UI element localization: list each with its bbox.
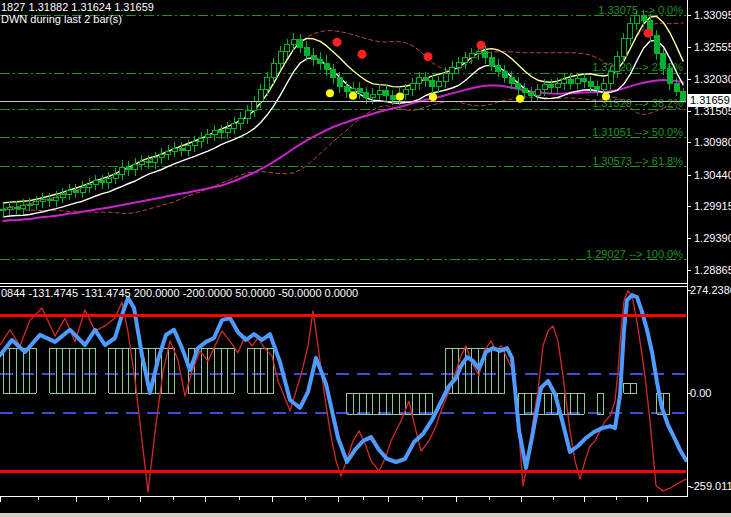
main-chart-canvas[interactable]: 1.33075 --> 0.0%1.32120 --> 23.6%1.31529… (0, 0, 687, 283)
candle (463, 58, 468, 63)
price-tick-label: 1.32030 (694, 73, 731, 85)
time-axis-minor-tick (239, 497, 240, 500)
candle (430, 81, 435, 87)
candle (47, 199, 52, 200)
candle (489, 58, 494, 65)
candle (628, 24, 633, 39)
time-axis-tick (388, 497, 389, 502)
candle (456, 63, 461, 68)
candle (212, 131, 217, 135)
chart-separator-bottom (0, 286, 687, 287)
price-tick-label: 1.33095 (694, 9, 731, 21)
candle (80, 187, 85, 192)
candle (1, 209, 6, 211)
axis-tick (687, 111, 691, 112)
candle (291, 40, 296, 45)
candle (351, 88, 356, 92)
time-axis-tick (584, 497, 585, 502)
trend-status-readout: DWN during last 2 bar(s) (1, 13, 122, 25)
candle (502, 71, 507, 77)
candle (133, 165, 138, 170)
oscillator-blue-line (0, 295, 686, 468)
price-tick-label: 1.28865 (694, 264, 731, 276)
candle (113, 174, 118, 178)
time-axis-minor-tick (616, 497, 617, 500)
time-axis-minor-tick (422, 497, 423, 500)
time-axis-tick (338, 497, 339, 502)
candle (595, 87, 600, 90)
candle (681, 91, 686, 101)
time-axis-minor-tick (38, 497, 39, 500)
price-axis-border (687, 0, 688, 497)
candle (298, 40, 303, 47)
candle (496, 65, 501, 71)
buy-signal-dot (516, 95, 524, 103)
time-axis-minor-tick (489, 497, 490, 500)
candle (423, 78, 428, 81)
axis-tick (687, 47, 691, 48)
axis-tick (687, 175, 691, 176)
sell-signal-dot (358, 50, 367, 59)
candle (7, 207, 12, 209)
buy-signal-dot (396, 92, 404, 100)
candle (509, 77, 514, 83)
candle (535, 90, 540, 96)
candle (225, 128, 230, 132)
candle (172, 148, 177, 151)
buy-signal-dot (349, 92, 357, 100)
candle (377, 90, 382, 94)
candle (417, 78, 422, 84)
sell-signal-dot (333, 38, 342, 47)
fib-level-label: 1.31051 --> 50.0% (592, 126, 683, 138)
candle (311, 55, 316, 59)
buy-signal-dot (326, 89, 334, 97)
candle (258, 90, 263, 102)
time-axis-tick (205, 497, 206, 502)
candle (476, 52, 481, 54)
candle (304, 47, 309, 55)
candle (641, 16, 646, 21)
oscillator-canvas[interactable] (0, 288, 687, 496)
candle (146, 161, 151, 162)
candle (100, 181, 105, 183)
candle (60, 194, 65, 197)
candle (179, 148, 184, 150)
candle (87, 184, 92, 187)
candle (73, 190, 78, 192)
time-axis[interactable]: ec 16:0013 Dec 00:0014 Dec 08:0017 Dec 1… (0, 497, 731, 513)
axis-tick (687, 270, 691, 271)
oscillator-tick-label: 0.00 (690, 387, 711, 399)
candle (483, 52, 488, 58)
candle (364, 93, 369, 98)
candle (337, 78, 342, 87)
candle (529, 93, 534, 96)
axis-tick (687, 290, 691, 291)
candle (516, 83, 521, 88)
candle (54, 197, 59, 201)
candle (34, 202, 39, 204)
candle (575, 79, 580, 83)
candle (357, 88, 362, 93)
candle (555, 84, 560, 88)
price-tick-label: 1.29915 (694, 200, 731, 212)
candle (324, 64, 329, 70)
histogram-groups (3, 348, 670, 414)
price-tick-label: 1.32555 (694, 41, 731, 53)
candle (318, 60, 323, 64)
candle (674, 84, 679, 91)
trading-chart-window: 1.33075 --> 0.0%1.32120 --> 23.6%1.31529… (0, 0, 731, 517)
candle (344, 87, 349, 92)
candle (40, 199, 45, 201)
candle (582, 79, 587, 82)
candle (443, 74, 448, 82)
candle (661, 54, 666, 69)
candle (205, 135, 210, 138)
candle (192, 142, 197, 146)
price-tick-label: 1.29390 (694, 232, 731, 244)
oscillator-tick-label: -259.011 (690, 480, 731, 492)
candle (252, 102, 257, 111)
time-axis-minor-tick (108, 497, 109, 500)
candle (549, 85, 554, 88)
time-axis-tick (272, 497, 273, 502)
axis-tick (687, 206, 691, 207)
